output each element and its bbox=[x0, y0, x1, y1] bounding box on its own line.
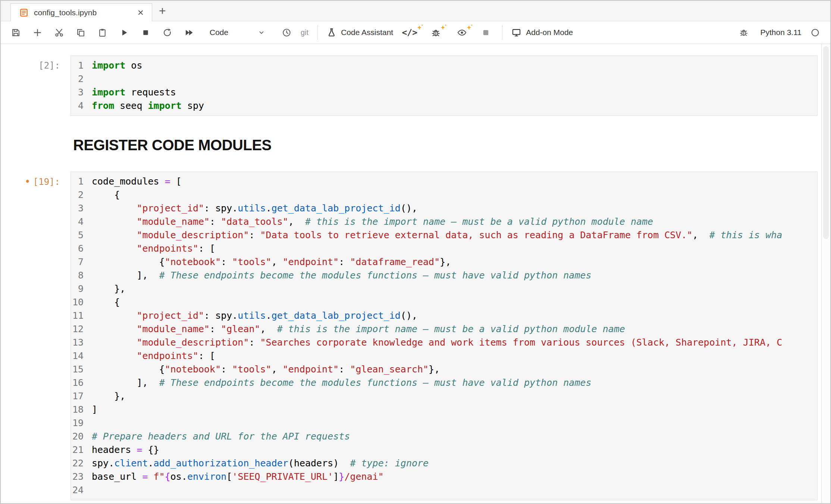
run-cell-button[interactable] bbox=[116, 24, 131, 41]
code-line[interactable]: 8 ], # These endpoints become the module… bbox=[71, 269, 817, 282]
code-line[interactable]: 9 }, bbox=[71, 282, 817, 296]
code-editor[interactable]: 1code_modules = [2 {3 "project_id": spy.… bbox=[70, 171, 818, 500]
kernel-name[interactable]: Python 3.11 bbox=[760, 28, 802, 37]
notebook-icon bbox=[19, 8, 29, 18]
restart-kernel-button[interactable] bbox=[160, 24, 175, 41]
line-number: 20 bbox=[71, 430, 87, 443]
code-line[interactable]: 3import requests bbox=[71, 86, 817, 99]
generate-code-button[interactable]: </> bbox=[400, 24, 419, 41]
addon-mode-button[interactable]: Add-on Mode bbox=[511, 28, 573, 38]
cut-cell-button[interactable] bbox=[51, 24, 66, 41]
cell-prompt bbox=[1, 137, 70, 154]
modified-dot: • bbox=[25, 176, 31, 187]
code-line[interactable]: 19 bbox=[71, 416, 817, 430]
code-assistant-label: Code Assistant bbox=[341, 28, 393, 37]
sparkle-icon bbox=[466, 23, 473, 31]
line-number: 8 bbox=[71, 269, 87, 282]
copy-cell-icon bbox=[76, 28, 86, 38]
add-cell-icon bbox=[32, 28, 43, 38]
line-number: 18 bbox=[71, 403, 87, 416]
notebook-cells: [2]:1import os23import requests4from see… bbox=[1, 44, 821, 503]
line-number: 10 bbox=[71, 296, 87, 309]
code-editor[interactable]: 1import os23import requests4from seeq im… bbox=[70, 56, 818, 116]
code-line[interactable]: 16 ], # These endpoints become the modul… bbox=[71, 376, 817, 390]
code-sparkle-icon: </> bbox=[402, 28, 417, 37]
code-line[interactable]: 14 "endpoints": [ bbox=[71, 349, 817, 363]
cell-type-dropdown[interactable]: Code bbox=[206, 28, 269, 37]
code-line[interactable]: 2 { bbox=[71, 188, 817, 202]
line-number: 2 bbox=[71, 72, 87, 86]
code-line[interactable]: 22spy.client.add_authorization_header(he… bbox=[71, 457, 817, 470]
line-number: 11 bbox=[71, 309, 87, 322]
line-number: 4 bbox=[71, 99, 87, 113]
toolbar-separator bbox=[317, 25, 318, 40]
line-number: 15 bbox=[71, 363, 87, 376]
code-line[interactable]: 12 "module_name": "glean", # this is the… bbox=[71, 322, 817, 336]
scrollbar-thumb[interactable] bbox=[823, 46, 829, 239]
code-line[interactable]: 11 "project_id": spy.utils.get_data_lab_… bbox=[71, 309, 817, 322]
new-tab-button[interactable]: + bbox=[159, 5, 166, 17]
tab-config-tools[interactable]: config_tools.ipynb × bbox=[10, 3, 152, 21]
run-all-icon bbox=[184, 28, 194, 38]
line-number: 3 bbox=[71, 202, 87, 215]
code-line[interactable]: 1import os bbox=[71, 59, 817, 72]
line-number: 13 bbox=[71, 336, 87, 349]
code-line[interactable]: 7 {"notebook": "tools", "endpoint": "dat… bbox=[71, 255, 817, 269]
line-number: 16 bbox=[71, 376, 87, 390]
code-line[interactable]: 18] bbox=[71, 403, 817, 416]
restart-run-all-button[interactable] bbox=[181, 24, 196, 41]
kernel-status-group: Python 3.11 bbox=[736, 24, 823, 41]
review-assist-button[interactable] bbox=[452, 24, 471, 41]
chevron-down-icon bbox=[257, 28, 266, 37]
jupyterlab-window: config_tools.ipynb × + bbox=[0, 0, 831, 504]
line-number: 24 bbox=[71, 483, 87, 497]
addon-mode-label: Add-on Mode bbox=[526, 28, 573, 37]
debugger-button[interactable] bbox=[736, 24, 751, 41]
stop-square-icon bbox=[481, 28, 491, 38]
flask-icon bbox=[327, 28, 336, 37]
code-line[interactable]: 17 }, bbox=[71, 390, 817, 403]
code-line[interactable]: 6 "endpoints": [ bbox=[71, 242, 817, 255]
line-number: 9 bbox=[71, 282, 87, 296]
code-line[interactable]: 13 "module_description": "Searches corpo… bbox=[71, 336, 817, 349]
execution-prompt: •[19]: bbox=[1, 171, 70, 500]
save-button[interactable] bbox=[8, 24, 23, 41]
line-number: 7 bbox=[71, 255, 87, 269]
history-clock-icon bbox=[282, 28, 292, 38]
code-line[interactable]: 3 "project_id": spy.utils.get_data_lab_p… bbox=[71, 202, 817, 215]
kernel-idle-circle-icon[interactable] bbox=[810, 28, 820, 37]
line-number: 6 bbox=[71, 242, 87, 255]
line-number: 14 bbox=[71, 349, 87, 363]
code-line[interactable]: 1code_modules = [ bbox=[71, 175, 817, 188]
vertical-scrollbar[interactable] bbox=[821, 44, 830, 503]
code-line[interactable]: 24 bbox=[71, 483, 817, 497]
code-line[interactable]: 15 {"notebook": "tools", "endpoint": "gl… bbox=[71, 363, 817, 376]
history-button[interactable] bbox=[279, 24, 294, 41]
line-number: 2 bbox=[71, 188, 87, 202]
paste-cell-button[interactable] bbox=[95, 24, 110, 41]
interrupt-kernel-button[interactable] bbox=[138, 24, 153, 41]
git-button[interactable]: git bbox=[301, 28, 308, 37]
paste-cell-icon bbox=[97, 28, 107, 38]
code-line[interactable]: 4 "module_name": "data_tools", # this is… bbox=[71, 215, 817, 229]
code-assistant-button[interactable]: Code Assistant bbox=[327, 28, 393, 37]
execution-prompt: [2]: bbox=[1, 56, 70, 116]
debug-assist-button[interactable] bbox=[426, 24, 445, 41]
cut-cell-icon bbox=[54, 28, 64, 38]
markdown-cell[interactable]: REGISTER CODE MODULES bbox=[1, 137, 821, 154]
code-line[interactable]: 4from seeq import spy bbox=[71, 99, 817, 113]
copy-cell-button[interactable] bbox=[73, 24, 88, 41]
toolbar-separator bbox=[502, 25, 502, 40]
code-line[interactable]: 2 bbox=[71, 72, 817, 86]
code-line[interactable]: 10 { bbox=[71, 296, 817, 309]
cell-type-value: Code bbox=[210, 28, 228, 37]
code-cell: •[19]:1code_modules = [2 {3 "project_id"… bbox=[1, 171, 821, 500]
code-line[interactable]: 5 "module_description": "Data tools to r… bbox=[71, 229, 817, 242]
add-cell-button[interactable] bbox=[30, 24, 45, 41]
line-number: 1 bbox=[71, 175, 87, 188]
code-line[interactable]: 21headers = {} bbox=[71, 443, 817, 457]
close-icon[interactable]: × bbox=[138, 7, 144, 18]
assistant-stop-button[interactable] bbox=[478, 24, 493, 41]
code-line[interactable]: 20# Prepare headers and URL for the API … bbox=[71, 430, 817, 443]
code-line[interactable]: 23base_url = f"{os.environ['SEEQ_PRIVATE… bbox=[71, 470, 817, 483]
